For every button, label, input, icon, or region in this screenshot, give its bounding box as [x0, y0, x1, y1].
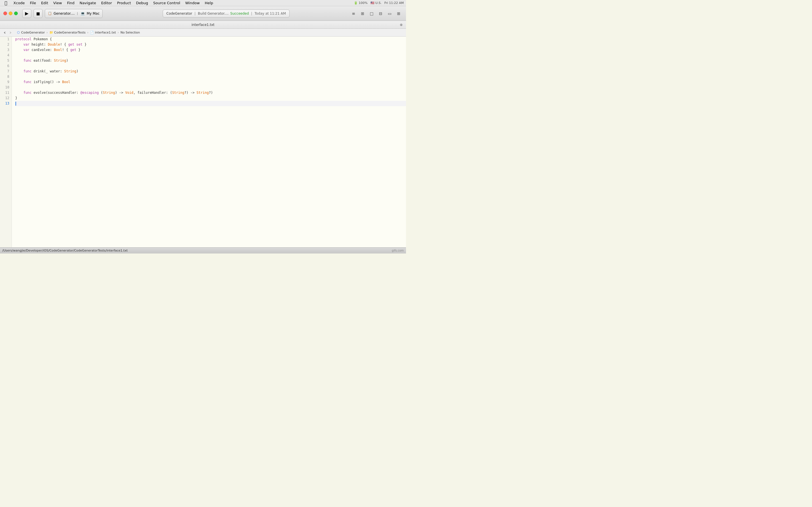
line-num-11: 11	[0, 90, 11, 96]
line-num-13: 13	[0, 101, 11, 106]
file-icon: 📄	[90, 31, 94, 35]
menu-edit[interactable]: Edit	[39, 1, 50, 5]
menu-editor[interactable]: Editor	[99, 1, 114, 5]
traffic-lights	[3, 11, 18, 15]
file-title: interface1.txt	[192, 23, 214, 27]
breadcrumb-project[interactable]: ⬡ CodeGenerator	[15, 30, 46, 35]
line-num-8: 8	[0, 74, 11, 79]
breadcrumb-file-name: interface1.txt	[95, 31, 116, 34]
build-status-box: CodeGenerator | Build Generator.... Succ…	[163, 10, 290, 17]
code-line-13	[15, 101, 406, 106]
line-num-1: 1	[0, 37, 11, 42]
code-line-6	[15, 63, 406, 69]
editor-layout-split-v[interactable]: ▭	[386, 10, 394, 17]
editor-layout-single[interactable]: □	[368, 10, 375, 17]
code-line-1: protocol Pokemon {	[15, 37, 406, 42]
menu-debug[interactable]: Debug	[134, 1, 150, 5]
build-separator: |	[195, 11, 196, 15]
line-num-6: 6	[0, 63, 11, 69]
line-num-4: 4	[0, 53, 11, 58]
system-locale: 🇺🇸 U.S.	[370, 1, 382, 5]
menu-help[interactable]: Help	[202, 1, 215, 5]
code-line-2: var height: Double! { get set }	[15, 42, 406, 47]
code-line-12: }	[15, 96, 406, 101]
watermark: gifs.com	[392, 249, 404, 252]
menu-product[interactable]: Product	[115, 1, 133, 5]
breadcrumb-selection[interactable]: No Selection	[119, 30, 141, 35]
jump-bar-toggle[interactable]: ⊞	[359, 10, 366, 17]
breadcrumb-nav	[2, 30, 13, 35]
line-num-5: 5	[0, 58, 11, 63]
breadcrumb-folder[interactable]: 📁 CodeGeneratorTests	[48, 30, 87, 35]
statusbar: /Users/wangjie/Developer/iOS/CodeGenerat…	[0, 247, 406, 253]
build-result: Succeeded	[231, 11, 249, 15]
line-num-7: 7	[0, 69, 11, 74]
build-time: Today at 11:21 AM	[255, 11, 286, 15]
breadcrumb-forward[interactable]	[8, 30, 13, 35]
code-line-3: var canEvolve: Bool! { get }	[15, 47, 406, 53]
toolbar-right: ≡ ⊞ □ ⊟ ▭ ⊞	[350, 10, 403, 17]
breadcrumb-sep-3: ›	[117, 31, 119, 34]
scheme-selector[interactable]: 📋 Generator.... | 💻 My Mac	[45, 9, 103, 18]
breadcrumb-file[interactable]: 📄 interface1.txt	[89, 30, 117, 35]
zoom-button[interactable]	[14, 11, 18, 15]
minimize-button[interactable]	[9, 11, 12, 15]
scheme-name: Generator....	[54, 11, 75, 15]
expand-button[interactable]: ⊕	[399, 22, 404, 27]
breadcrumb-back[interactable]	[2, 30, 7, 35]
code-line-8	[15, 74, 406, 79]
line-num-3: 3	[0, 47, 11, 53]
line-numbers: 1 2 3 4 5 6 7 8 9 10 11 12 13	[0, 37, 12, 247]
code-line-9: func isFlying() -> Bool	[15, 79, 406, 85]
build-time-sep: |	[251, 11, 252, 15]
file-title-bar: interface1.txt ⊕	[0, 21, 406, 29]
menu-navigate[interactable]: Navigate	[77, 1, 98, 5]
inspectors-toggle[interactable]: ⊞	[395, 10, 403, 17]
system-time: Fri 11:22 AM	[384, 1, 404, 5]
menu-xcode[interactable]: Xcode	[11, 1, 27, 5]
code-line-4	[15, 53, 406, 58]
build-status: CodeGenerator | Build Generator.... Succ…	[105, 10, 347, 17]
code-line-7: func drink(_ water: String)	[15, 69, 406, 74]
editor-layout-split-h[interactable]: ⊟	[377, 10, 385, 17]
build-action: Build Generator....	[198, 11, 229, 15]
code-line-10	[15, 85, 406, 90]
project-icon: ⬡	[16, 31, 20, 35]
run-button[interactable]: ▶	[22, 9, 31, 18]
menu-window[interactable]: Window	[183, 1, 202, 5]
status-path: /Users/wangjie/Developer/iOS/CodeGenerat…	[2, 249, 128, 252]
folder-icon: 📁	[49, 31, 53, 35]
editor: 1 2 3 4 5 6 7 8 9 10 11 12 13 protocol P…	[0, 37, 406, 247]
menu-find[interactable]: Find	[65, 1, 77, 5]
menu-view[interactable]: View	[51, 1, 64, 5]
code-line-5: func eat(food: String)	[15, 58, 406, 63]
scheme-separator: |	[77, 12, 78, 15]
breadcrumb-folder-name: CodeGeneratorTests	[54, 31, 86, 34]
menubar:  Xcode File Edit View Find Navigate Edi…	[0, 0, 406, 6]
line-num-12: 12	[0, 96, 11, 101]
breadcrumb-sep-2: ›	[87, 31, 88, 34]
code-area[interactable]: protocol Pokemon { var height: Double! {…	[12, 37, 406, 247]
system-battery: 🔋 100%	[354, 1, 368, 5]
stop-button[interactable]: ■	[34, 9, 43, 18]
menu-file[interactable]: File	[28, 1, 38, 5]
close-button[interactable]	[3, 11, 7, 15]
line-num-9: 9	[0, 79, 11, 85]
line-num-10: 10	[0, 85, 11, 90]
breadcrumb-selection-text: No Selection	[120, 31, 140, 34]
menu-source-control[interactable]: Source Control	[151, 1, 183, 5]
breadcrumb-sep-1: ›	[47, 31, 48, 34]
breadcrumb: ⬡ CodeGenerator › 📁 CodeGeneratorTests ›…	[0, 29, 406, 37]
line-num-2: 2	[0, 42, 11, 47]
destination-icon: 💻	[81, 11, 85, 15]
breadcrumb-project-name: CodeGenerator	[21, 31, 45, 34]
scheme-icon: 📋	[48, 11, 52, 15]
toolbar: ▶ ■ 📋 Generator.... | 💻 My Mac CodeGener…	[0, 6, 406, 21]
navigator-toggle[interactable]: ≡	[350, 10, 357, 17]
destination-name: My Mac	[87, 11, 100, 15]
apple-menu[interactable]: 	[2, 0, 10, 6]
code-line-11: func evolve(successHandler: @escaping (S…	[15, 90, 406, 96]
build-app-name: CodeGenerator	[166, 11, 192, 15]
